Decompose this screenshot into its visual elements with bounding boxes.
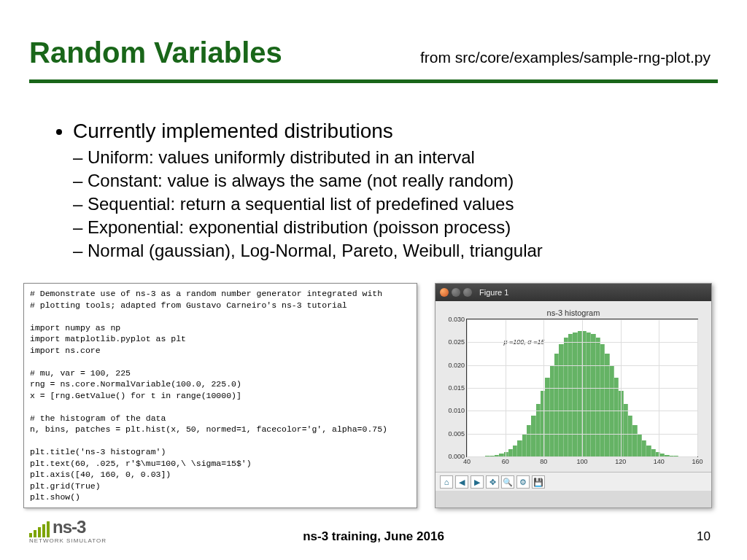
home-icon[interactable]: ⌂ bbox=[440, 475, 453, 489]
x-tick-label: 60 bbox=[502, 456, 509, 465]
footer-text: ns-3 training, June 2016 bbox=[303, 529, 444, 544]
x-tick-label: 40 bbox=[463, 456, 471, 465]
bullet-sub-list: Uniform: values uniformly distributed in… bbox=[73, 147, 718, 261]
histogram-chart: μ =100, σ =15 0.0000.0050.0100.0150.0200… bbox=[466, 319, 698, 457]
bullet-sub-item: Normal (gaussian), Log-Normal, Pareto, W… bbox=[73, 241, 718, 261]
y-tick-label: 0.030 bbox=[448, 316, 467, 323]
y-tick-label: 0.010 bbox=[448, 407, 467, 414]
plot-area: ns-3 histogram μ =100, σ =15 0.0000.0050… bbox=[436, 301, 711, 472]
figure-window: Figure 1 ns-3 histogram μ =100, σ =15 0.… bbox=[435, 283, 712, 508]
page-number: 10 bbox=[697, 529, 711, 544]
back-icon[interactable]: ◀ bbox=[455, 475, 468, 489]
y-tick-label: 0.025 bbox=[448, 338, 467, 346]
save-icon[interactable]: 💾 bbox=[532, 475, 545, 489]
bullet-sub-item: Exponential: exponential distribution (p… bbox=[73, 217, 718, 238]
logo-subtitle: NETWORK SIMULATOR bbox=[29, 537, 107, 544]
pan-icon[interactable]: ✥ bbox=[486, 475, 499, 489]
bullet-sub-item: Sequential: return a sequential list of … bbox=[73, 194, 718, 214]
maximize-icon[interactable] bbox=[463, 288, 472, 297]
window-title: Figure 1 bbox=[479, 288, 508, 297]
config-icon[interactable]: ⚙ bbox=[516, 475, 530, 489]
zoom-icon[interactable]: 🔍 bbox=[501, 475, 514, 489]
x-tick-label: 120 bbox=[615, 456, 626, 465]
close-icon[interactable] bbox=[440, 288, 449, 297]
bullet-item: Currently implemented distributions bbox=[73, 120, 718, 143]
page-title: Random Variables bbox=[29, 36, 282, 69]
bullet-sub-item: Uniform: values uniformly distributed in… bbox=[73, 147, 718, 168]
y-tick-label: 0.015 bbox=[448, 384, 467, 392]
y-tick-label: 0.020 bbox=[448, 362, 467, 369]
x-tick-label: 100 bbox=[576, 456, 587, 465]
bullet-list: Currently implemented distributions bbox=[73, 120, 718, 143]
logo-text: ns-3 bbox=[53, 517, 85, 537]
title-divider bbox=[29, 79, 718, 83]
chart-title: ns-3 histogram bbox=[444, 308, 703, 317]
code-snippet: # Demonstrate use of ns-3 as a random nu… bbox=[23, 283, 417, 508]
figure-toolbar: ⌂ ◀ ▶ ✥ 🔍 ⚙ 💾 bbox=[436, 472, 711, 491]
x-tick-label: 140 bbox=[654, 456, 665, 465]
forward-icon[interactable]: ▶ bbox=[471, 475, 484, 489]
bullet-sub-item: Constant: value is always the same (not … bbox=[73, 171, 718, 191]
ns3-logo: ns-3 NETWORK SIMULATOR bbox=[29, 517, 107, 544]
x-tick-label: 80 bbox=[540, 456, 547, 465]
y-tick-label: 0.005 bbox=[448, 430, 467, 438]
window-titlebar: Figure 1 bbox=[436, 284, 711, 301]
x-tick-label: 160 bbox=[692, 456, 703, 465]
source-note: from src/core/examples/sample-rng-plot.p… bbox=[420, 49, 711, 66]
minimize-icon[interactable] bbox=[452, 288, 460, 297]
